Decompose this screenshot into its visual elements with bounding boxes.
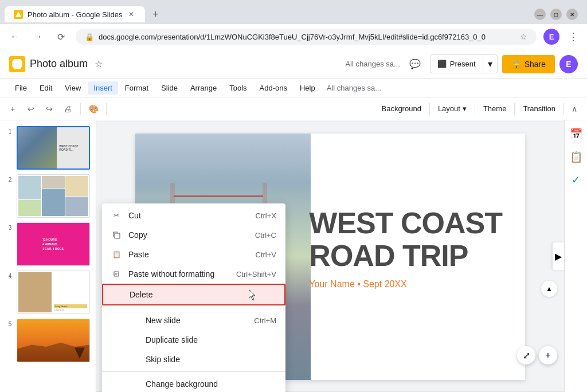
background-label: Background <box>381 104 421 113</box>
right-panel-toggle[interactable]: ▶ <box>553 242 564 270</box>
back-button[interactable]: ← <box>7 29 23 45</box>
context-menu-new-slide[interactable]: New slide Ctrl+M <box>102 311 285 330</box>
sync-status: All changes sa... <box>345 60 400 68</box>
theme-button[interactable]: Theme <box>478 102 512 115</box>
slide-subtitle: Your Name • Sept 20XX <box>309 280 502 290</box>
comment-icon[interactable]: 💬 <box>405 54 425 75</box>
share-button[interactable]: 🔒 Share <box>502 55 555 73</box>
menu-view[interactable]: View <box>59 81 87 95</box>
close-button[interactable]: ✕ <box>566 9 578 20</box>
browser-menu-button[interactable]: ⋮ <box>566 30 580 43</box>
paste-plain-icon <box>111 269 122 279</box>
copy-shortcut: Ctrl+C <box>255 231 276 240</box>
app-container: Photo album ☆ All changes sa... 💬 ⬛ Pres… <box>0 49 587 392</box>
tool-sep-3 <box>514 103 515 115</box>
new-tab-button[interactable]: + <box>147 6 163 22</box>
slide-preview-4: Long Beach a place to be <box>17 271 90 314</box>
slide-thumb-5[interactable]: 5 <box>5 317 91 363</box>
paste-icon: 📋 <box>111 249 122 260</box>
svg-rect-1 <box>114 272 119 276</box>
slide-preview-3: 72 HOURS.4 HUMANS.1 CAR. 3 DOGS. <box>17 222 90 266</box>
calendar-icon[interactable]: 📅 <box>567 125 585 143</box>
context-menu-cut[interactable]: ✂ Cut Ctrl+X <box>102 206 285 225</box>
new-slide-placeholder-icon <box>111 315 122 326</box>
layout-button[interactable]: Layout ▾ <box>432 102 472 115</box>
slide-tools-area: Background Layout ▾ Theme Transition ∧ <box>375 101 582 117</box>
paste-plain-shortcut: Ctrl+Shift+V <box>236 270 276 279</box>
minimize-button[interactable]: — <box>534 9 546 20</box>
slide4-image <box>18 272 52 312</box>
slide-number-2: 2 <box>6 174 14 183</box>
lock-share-icon: 🔒 <box>511 60 521 69</box>
slide1-text: WEST COASTROAD TI... <box>57 127 80 168</box>
menu-format[interactable]: Format <box>119 81 154 95</box>
change-bg-placeholder-icon <box>111 379 122 389</box>
menu-arrange[interactable]: Arrange <box>185 81 222 95</box>
profile-button[interactable]: E <box>543 29 559 45</box>
refresh-button[interactable]: ⟳ <box>53 29 69 45</box>
avatar-initial: E <box>566 60 571 69</box>
user-avatar[interactable]: E <box>559 55 578 73</box>
context-menu-delete[interactable]: Delete <box>102 284 285 305</box>
tool-sep-4 <box>563 103 564 115</box>
transition-label: Transition <box>523 104 555 113</box>
menu-insert[interactable]: Insert <box>88 81 118 95</box>
present-dropdown-button[interactable]: ▾ <box>483 54 498 73</box>
context-menu-skip-slide[interactable]: Skip slide <box>102 350 285 369</box>
context-menu-paste-plain[interactable]: Paste without formatting Ctrl+Shift+V <box>102 264 285 284</box>
context-menu-copy[interactable]: Copy Ctrl+C <box>102 225 285 245</box>
background-button[interactable]: Background <box>375 102 426 115</box>
lock-icon: 🔒 <box>85 33 94 41</box>
toolbar-add-button[interactable]: + <box>5 101 21 117</box>
active-tab[interactable]: Photo album - Google Slides ✕ <box>5 6 145 22</box>
menu-edit[interactable]: Edit <box>34 81 58 95</box>
cut-label: Cut <box>128 211 249 220</box>
toolbar-paint-button[interactable]: 🎨 <box>85 101 101 117</box>
context-menu-duplicate-slide[interactable]: Duplicate slide <box>102 330 285 350</box>
mouse-cursor <box>249 289 258 301</box>
toolbar-print-button[interactable]: 🖨 <box>60 101 76 117</box>
address-input[interactable]: 🔒 docs.google.com/presentation/d/1LmzWON… <box>76 29 537 45</box>
slide3-text: 72 HOURS.4 HUMANS.1 CAR. 3 DOGS. <box>40 235 66 253</box>
star-icon[interactable]: ☆ <box>95 58 103 69</box>
tab-title: Photo album - Google Slides <box>28 10 122 19</box>
slide-title: WEST COAST ROAD TRIP Your Name • Sept 20… <box>309 207 502 289</box>
tab-close-button[interactable]: ✕ <box>127 10 136 19</box>
tool-sep-2 <box>475 103 475 115</box>
zoom-button[interactable]: + <box>539 346 557 364</box>
slide-thumb-3[interactable]: 3 72 HOURS.4 HUMANS.1 CAR. 3 DOGS. <box>5 221 91 267</box>
bookmark-icon[interactable]: ☆ <box>520 32 527 41</box>
toolbar-redo-button[interactable]: ↪ <box>41 101 57 117</box>
menu-help[interactable]: Help <box>294 81 321 95</box>
toolbar: + ↩ ↪ 🖨 🎨 Background Layout ▾ Theme Tran… <box>0 97 587 120</box>
context-menu-paste[interactable]: 📋 Paste Ctrl+V <box>102 245 285 264</box>
slide-thumb-1[interactable]: 1 WEST COASTROAD TI... <box>5 125 91 171</box>
toolbar-separator-2 <box>106 103 107 115</box>
duplicate-label: Duplicate slide <box>146 335 276 344</box>
maximize-button[interactable]: □ <box>550 9 562 20</box>
slide-number-3: 3 <box>6 222 14 231</box>
slide-preview-5 <box>17 319 90 362</box>
toolbar-undo-button[interactable]: ↩ <box>23 101 39 117</box>
collapse-panel-button[interactable]: ∧ <box>566 101 582 117</box>
share-label: Share <box>525 60 546 69</box>
skip-label: Skip slide <box>146 355 276 364</box>
cut-icon: ✂ <box>111 210 122 221</box>
fit-screen-button[interactable]: ⤢ <box>517 346 535 364</box>
menu-slide[interactable]: Slide <box>155 81 183 95</box>
menu-file[interactable]: File <box>9 81 33 95</box>
app-header: Photo album ☆ All changes sa... 💬 ⬛ Pres… <box>0 49 587 79</box>
tasks-icon[interactable]: 📋 <box>567 148 585 166</box>
menu-tools[interactable]: Tools <box>224 81 252 95</box>
notes-icon[interactable]: ✓ <box>567 171 585 189</box>
collapse-slides-button[interactable]: ▲ <box>541 281 557 297</box>
new-slide-shortcut: Ctrl+M <box>254 316 276 325</box>
slide-thumb-2[interactable]: 2 <box>5 173 91 219</box>
cut-shortcut: Ctrl+X <box>256 211 276 220</box>
forward-button[interactable]: → <box>30 29 46 45</box>
present-button[interactable]: ⬛ Present <box>430 54 483 73</box>
menu-addons[interactable]: Add-ons <box>254 81 293 95</box>
context-menu-change-bg[interactable]: Change background <box>102 374 285 392</box>
slide-thumb-4[interactable]: 4 Long Beach a place to be <box>5 269 91 315</box>
transition-button[interactable]: Transition <box>517 102 561 115</box>
